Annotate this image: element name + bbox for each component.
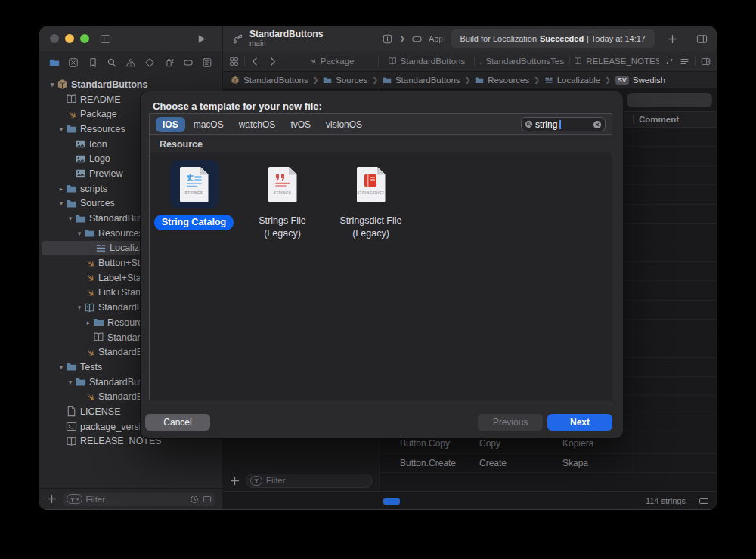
reports-navigator-icon[interactable]: [202, 57, 212, 68]
disclosure-down-icon[interactable]: ▾: [57, 199, 66, 207]
tree-item-StandardButtons[interactable]: ▾StandardButtons: [39, 77, 222, 92]
tree-item-label: Preview: [89, 168, 122, 179]
editor-tab-StandardButtonsTests[interactable]: StandardButtonsTests: [480, 57, 564, 66]
search-navigator-icon[interactable]: [107, 57, 117, 68]
breadcrumb-item-Sources[interactable]: Sources: [323, 76, 367, 85]
swap-editor-icon[interactable]: [665, 57, 674, 66]
go-back-icon[interactable]: [250, 57, 260, 66]
book-icon: [388, 57, 397, 66]
breadcrumb-item-StandardButtons[interactable]: StandardButtons: [383, 76, 460, 85]
disclosure-down-icon[interactable]: ▾: [75, 304, 84, 311]
folder-icon: [66, 183, 77, 194]
breakpoints-navigator-icon[interactable]: [183, 57, 194, 68]
tree-item-label: Logo: [89, 153, 110, 164]
chevron-right-icon: ❯: [399, 35, 405, 42]
folder-icon: [84, 227, 95, 239]
table-row[interactable]: Button.CreateCreateSkapa: [380, 454, 717, 473]
strings-count: 114 strings: [646, 496, 686, 505]
breadcrumb-item-Localizable[interactable]: Localizable: [544, 76, 601, 85]
disclosure-down-icon[interactable]: ▾: [75, 230, 84, 237]
breadcrumb-item-Swedish[interactable]: SVSwedish: [615, 76, 665, 85]
add-editor-icon[interactable]: [667, 33, 678, 45]
strings-icon: [544, 76, 553, 85]
tab-label: Package: [321, 57, 355, 66]
project-block[interactable]: StandardButtons main: [249, 29, 323, 48]
scheme-icon[interactable]: [382, 33, 393, 45]
disclosure-down-icon[interactable]: ▾: [66, 215, 75, 222]
disclosure-down-icon[interactable]: ▾: [66, 378, 75, 386]
template-String Catalog[interactable]: STRINGSString Catalog: [150, 160, 238, 230]
template-Strings File (Legacy)[interactable]: STRINGSStrings File(Legacy): [238, 160, 327, 240]
template-label: Stringsdict File(Legacy): [340, 215, 402, 240]
toggle-inspector-icon[interactable]: [696, 33, 708, 45]
run-button[interactable]: [196, 33, 207, 45]
minimize-button[interactable]: [65, 34, 74, 43]
strings-icon: [95, 242, 107, 254]
run-destination[interactable]: Apple W: [429, 34, 445, 43]
tests-navigator-icon[interactable]: [144, 57, 155, 68]
folder-icon: [66, 198, 77, 209]
crumb-label: StandardButtons: [243, 76, 308, 85]
minimap-icon[interactable]: [680, 57, 689, 66]
sidebar-filter-bar: ▾ Filter: [39, 488, 222, 509]
toggle-sidebar-icon[interactable]: [100, 33, 111, 45]
issues-navigator-icon[interactable]: [125, 57, 136, 68]
template-search-field[interactable]: string: [521, 117, 606, 131]
disclosure-right-icon[interactable]: ▸: [57, 185, 66, 193]
platform-tab-iOS[interactable]: iOS: [156, 117, 185, 132]
activity-status[interactable]: Build for Localization Succeeded | Today…: [451, 29, 655, 48]
editor-filter-field[interactable]: Filter: [246, 474, 373, 488]
swift-icon: [84, 347, 95, 358]
zoom-button[interactable]: [80, 34, 89, 43]
tree-item-label: Sources: [80, 198, 115, 208]
search-icon: [525, 120, 533, 128]
platform-tab-tvOS[interactable]: tvOS: [284, 117, 318, 132]
swift-icon: [308, 57, 317, 66]
next-button[interactable]: Next: [547, 414, 612, 431]
language-badge: SV: [615, 76, 629, 85]
bookmarks-navigator-icon[interactable]: [88, 57, 98, 68]
project-navigator-icon[interactable]: [49, 57, 60, 68]
progress-chip: [383, 498, 400, 505]
disclosure-down-icon[interactable]: ▾: [48, 81, 57, 88]
sidebar-filter-field[interactable]: ▾ Filter: [63, 493, 215, 506]
cancel-button[interactable]: Cancel: [145, 414, 210, 431]
breadcrumb-item-StandardButtons[interactable]: StandardButtons: [231, 76, 308, 85]
source-control-navigator-icon[interactable]: [68, 57, 79, 68]
previous-button[interactable]: Previous: [478, 414, 543, 431]
disclosure-down-icon[interactable]: ▾: [57, 125, 66, 133]
crumb-label: StandardButtons: [395, 76, 460, 85]
breadcrumb-item-Resources[interactable]: Resources: [475, 76, 529, 85]
add-file-icon[interactable]: [46, 493, 57, 505]
close-button[interactable]: [50, 34, 59, 43]
tree-item-label: StandardButtons: [71, 79, 147, 90]
add-editor-split-icon[interactable]: [701, 57, 711, 66]
debug-navigator-icon[interactable]: [164, 57, 175, 68]
platform-tab-visionOS[interactable]: visionOS: [319, 117, 369, 132]
platform-tab-watchOS[interactable]: watchOS: [232, 117, 283, 132]
filter-icon[interactable]: ▾: [67, 494, 82, 504]
photo-icon: [75, 168, 86, 179]
string-catalog-icon: STRINGS: [180, 167, 209, 202]
keyboard-panel-icon[interactable]: [699, 496, 709, 506]
recent-files-icon[interactable]: [190, 495, 199, 504]
add-string-icon[interactable]: [229, 475, 240, 486]
clear-search-icon[interactable]: [593, 120, 602, 129]
branch-icon: [232, 33, 243, 45]
editor-tab-StandardButtons[interactable]: StandardButtons: [384, 57, 468, 66]
disclosure-down-icon[interactable]: ▾: [57, 363, 66, 371]
device-icon[interactable]: [411, 33, 423, 45]
template-Stringsdict File (Legacy)[interactable]: STRINGSDICTStringsdict File(Legacy): [327, 160, 415, 240]
table-search-field[interactable]: [627, 93, 712, 107]
folder-icon: [75, 376, 86, 388]
dialog-actions: Cancel Previous Next: [145, 414, 612, 431]
editor-tab-RELEASE_NOTES[interactable]: RELEASE_NOTES: [575, 57, 659, 66]
scm-status-filter-icon[interactable]: [203, 495, 212, 504]
go-forward-icon[interactable]: [268, 57, 277, 66]
disclosure-right-icon[interactable]: ▸: [84, 319, 93, 326]
platform-tab-macOS[interactable]: macOS: [187, 117, 231, 132]
editor-tab-Package[interactable]: Package: [289, 57, 373, 66]
related-items-icon[interactable]: [229, 57, 239, 66]
comment-column-header[interactable]: Comment: [639, 112, 679, 127]
tree-item-label: Tests: [80, 362, 102, 372]
